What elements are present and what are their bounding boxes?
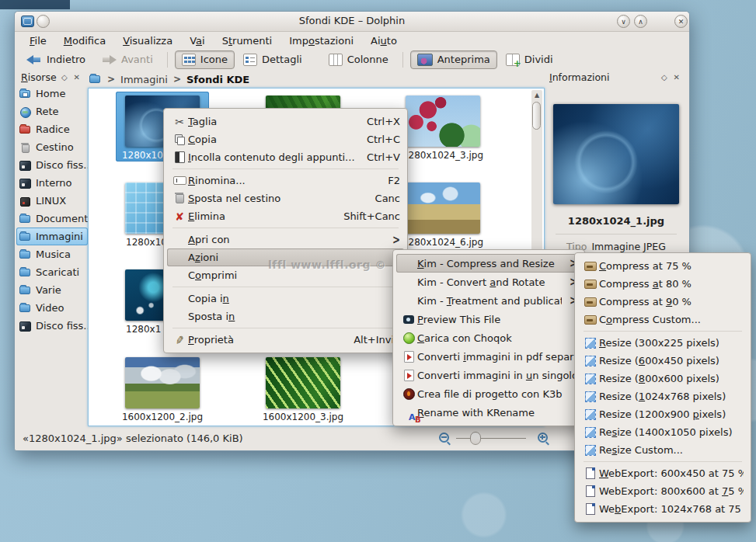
- toolbar-separator: [167, 52, 168, 68]
- menu-item-elimina[interactable]: EliminaShift+Canc: [167, 207, 404, 225]
- menu-item-apri-con[interactable]: Apri con>: [167, 231, 404, 248]
- menu-separator: [172, 328, 399, 328]
- close-panel-icon[interactable]: ✕: [71, 73, 83, 82]
- sidebar-item-musica[interactable]: Musica: [16, 245, 88, 263]
- breadcrumb-current[interactable]: Sfondi KDE: [186, 74, 249, 85]
- scrollbar-thumb[interactable]: [532, 102, 541, 130]
- menu-item-resize-1200x900-pixels[interactable]: Resize (1200x900 pixels): [578, 405, 747, 423]
- file-item-1600x1200-3-jpg[interactable]: 1600x1200_3.jpg: [256, 353, 350, 423]
- menu-item-resize-600x450-pixels[interactable]: Resize (600x450 pixels): [578, 352, 747, 370]
- menu-item-resize-1024x768-pixels[interactable]: Resize (1024x768 pixels): [578, 387, 747, 405]
- view-columns-button[interactable]: Colonne: [322, 50, 395, 69]
- breadcrumb-folder-icon[interactable]: [89, 73, 102, 85]
- split-button[interactable]: Dividi: [499, 50, 560, 69]
- menu-item-resize-custom[interactable]: Resize Custom...: [578, 441, 747, 459]
- titlebar[interactable]: Sfondi KDE – Dolphin ∨ ∧ ✕: [15, 12, 689, 32]
- menu-item-converti-immagini-in-pdf-separati[interactable]: Converti immagini in pdf separati: [396, 347, 581, 366]
- menu-item-sposta-in[interactable]: Sposta in>: [167, 307, 404, 325]
- cut-icon: [171, 116, 188, 128]
- forward-arrow-icon: [101, 54, 117, 65]
- sidebar-item-disco-fiss[interactable]: Disco fiss...: [16, 317, 88, 335]
- menu-item-incolla-contenuto-degli-appunti[interactable]: Incolla contenuto degli appunti...Ctrl+V: [167, 148, 404, 166]
- close-panel-icon[interactable]: ✕: [671, 73, 683, 82]
- menu-item-carica-con-choqok[interactable]: Carica con Choqok: [396, 328, 581, 347]
- sidebar-item-cestino[interactable]: Cestino: [16, 138, 88, 156]
- view-details-button[interactable]: Dettagli: [236, 50, 309, 69]
- menu-item-webexport-600x450-at-75[interactable]: WebExport: 600x450 at 75 %: [578, 464, 747, 482]
- menu-item-label: Resize (1400x1050 pixels): [599, 426, 744, 438]
- menu-item-compress-at-75[interactable]: Compress at 75 %: [578, 257, 747, 275]
- menu-modifica[interactable]: Modifica: [57, 33, 113, 48]
- menu-item-sposta-nel-cestino[interactable]: Sposta nel cestinoCanc: [167, 189, 404, 207]
- menu-item-webexport-1024x768-at-75[interactable]: WebExport: 1024x768 at 75 %: [578, 500, 747, 518]
- menu-item-webexport-800x600-at-75[interactable]: WebExport: 800x600 at 75 %: [578, 482, 747, 500]
- menu-item-taglia[interactable]: TagliaCtrl+X: [167, 113, 404, 130]
- sidebar-item-home[interactable]: Home: [16, 85, 88, 102]
- menu-item-compress-at-80[interactable]: Compress at 80 %: [578, 275, 747, 293]
- menu-file[interactable]: File: [23, 33, 54, 48]
- menubar: FileModificaVisualizzaVaiStrumentiImpost…: [15, 32, 689, 49]
- breadcrumb-parent[interactable]: Immagini: [120, 74, 168, 85]
- back-button[interactable]: Indietro: [19, 50, 92, 68]
- menu-item-resize-300x225-pixels[interactable]: Resize (300x225 pixels): [578, 334, 747, 352]
- menu-item-propriet[interactable]: ProprietàAlt+Invio: [167, 331, 404, 349]
- sidebar-item-documenti[interactable]: Documenti: [16, 210, 88, 228]
- sidebar-item-rete[interactable]: Rete: [16, 102, 88, 120]
- menu-impostazioni[interactable]: Impostazioni: [282, 33, 361, 48]
- sidebar-item-scaricati[interactable]: Scaricati: [16, 263, 88, 281]
- menu-item-label: Resize (1024x768 pixels): [599, 391, 744, 402]
- menu-strumenti[interactable]: Strumenti: [215, 33, 280, 48]
- menu-visualizza[interactable]: Visualizza: [116, 33, 179, 48]
- details-view-icon: [243, 54, 257, 66]
- sidebar-item-interno[interactable]: Interno: [16, 174, 88, 192]
- menu-item-copia-in[interactable]: Copia in>: [167, 290, 404, 307]
- zoom-slider-handle[interactable]: [470, 432, 481, 445]
- menu-item-preview-this-file[interactable]: Preview This File: [396, 310, 581, 328]
- float-panel-icon[interactable]: ◇: [658, 73, 671, 82]
- float-panel-icon[interactable]: ◇: [58, 73, 71, 82]
- zoom-in-icon[interactable]: [538, 433, 548, 443]
- sidebar-item-video[interactable]: Video: [16, 299, 88, 317]
- file-item-1280x1024-3-jpg[interactable]: 1280x1024_3.jpg: [396, 92, 489, 162]
- menu-item-compress-at-90[interactable]: Compress at 90 %: [578, 293, 747, 311]
- forward-button[interactable]: Avanti: [94, 50, 160, 68]
- harddisk-icon: [19, 320, 32, 332]
- menu-item-converti-immagini-in-un-singolo-pdf[interactable]: Converti immagini in un singolo pdf: [396, 366, 581, 384]
- file-item-1280x1024-6-jpg[interactable]: 1280x1024_6.jpg: [396, 179, 489, 248]
- menu-item-rename-with-krename[interactable]: Rename with KRename: [396, 403, 581, 422]
- sidebar-item-immagini[interactable]: Immagini: [16, 228, 88, 245]
- menu-item-kim-compress-and-resize[interactable]: Kim - Compress and Resize>: [396, 254, 581, 273]
- sidebar-item-linux[interactable]: LINUX: [16, 192, 88, 210]
- menu-item-compress-custom[interactable]: Compress Custom...: [578, 311, 747, 328]
- scroll-up-icon[interactable]: ▲: [531, 90, 542, 100]
- status-text: «1280x1024_1.jpg» selezionato (146,0 KiB…: [23, 433, 243, 444]
- zoom-out-icon[interactable]: [439, 433, 449, 443]
- resize-icon: [582, 408, 599, 421]
- breadcrumb-separator: >: [173, 74, 181, 85]
- menu-item-resize-1400x1050-pixels[interactable]: Resize (1400x1050 pixels): [578, 423, 747, 441]
- view-icons-button[interactable]: Icone: [175, 50, 235, 69]
- menu-item-resize-800x600-pixels[interactable]: Resize (800x600 pixels): [578, 370, 747, 387]
- menu-item-rinomina[interactable]: Rinomina...F2: [167, 172, 404, 189]
- sidebar-item-disco-fiss[interactable]: Disco fiss...: [16, 156, 88, 174]
- file-item-1600x1200-2-jpg[interactable]: 1600x1200_2.jpg: [116, 353, 209, 423]
- menu-item-crea-file-di-progetto-con-k3b[interactable]: Crea file di progetto con K3b: [396, 384, 581, 403]
- zoom-slider-track[interactable]: [456, 438, 526, 439]
- menu-item-copia[interactable]: CopiaCtrl+C: [167, 130, 404, 148]
- preview-button[interactable]: Anteprima: [410, 50, 497, 69]
- krename-icon: [400, 406, 417, 419]
- menu-item-label: Apri con: [188, 234, 385, 245]
- maximize-button[interactable]: ∧: [634, 15, 647, 28]
- menu-aiuto[interactable]: Aiuto: [364, 33, 404, 48]
- menu-item-kim-convert-and-rotate[interactable]: Kim - Convert and Rotate>: [396, 273, 581, 291]
- menu-vai[interactable]: Vai: [183, 33, 211, 48]
- file-name-label: 1600x1200_3.jpg: [256, 411, 350, 423]
- sidebar-item-label: Musica: [36, 248, 71, 260]
- places-panel-header: Risorse ◇ ✕: [16, 69, 88, 85]
- menu-item-kim-treatment-and-publication[interactable]: Kim - Treatment and publication>: [396, 291, 581, 310]
- sidebar-item-radice[interactable]: Radice: [16, 120, 88, 138]
- close-button[interactable]: ✕: [674, 15, 688, 28]
- minimize-button[interactable]: ∨: [617, 15, 630, 28]
- file-name-label: 1280x1024_6.jpg: [396, 236, 489, 248]
- sidebar-item-varie[interactable]: Varie: [16, 281, 88, 299]
